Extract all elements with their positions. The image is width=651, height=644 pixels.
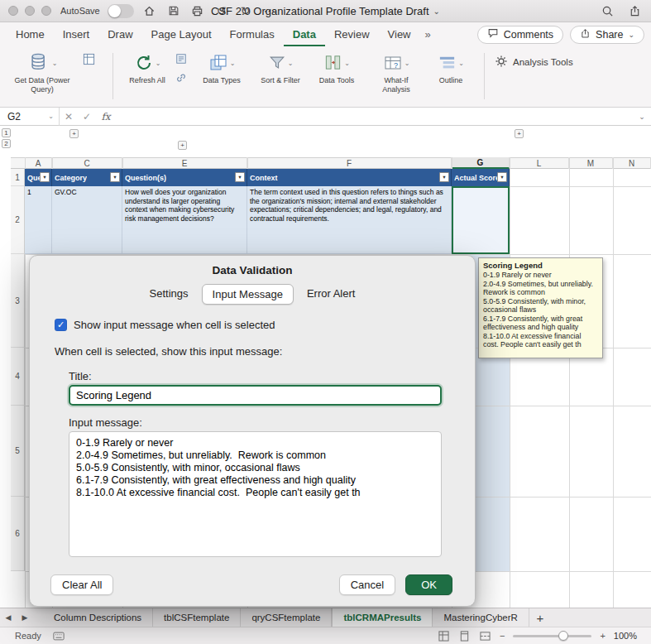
zoom-in-icon[interactable]: + bbox=[600, 631, 605, 641]
expand-group-button[interactable]: + bbox=[178, 141, 187, 150]
name-box[interactable]: G2 ⌄ bbox=[0, 108, 60, 126]
tab-error-alert[interactable]: Error Alert bbox=[297, 284, 366, 305]
outline-level-1-button[interactable]: 1 bbox=[2, 128, 11, 137]
tab-draw[interactable]: Draw bbox=[98, 22, 141, 46]
ok-button[interactable]: OK bbox=[405, 574, 452, 595]
search-icon[interactable] bbox=[599, 2, 615, 19]
prev-sheet-icon[interactable]: ◀ bbox=[0, 608, 17, 627]
next-sheet-icon[interactable]: ▶ bbox=[17, 608, 33, 627]
cell-e2[interactable]: How well does your organization understa… bbox=[122, 186, 247, 254]
sheet-tab-tblcrmapresults[interactable]: tblCRMAPresults bbox=[332, 608, 433, 627]
row-header-5[interactable]: 5 bbox=[11, 406, 25, 497]
column-header-l[interactable]: L bbox=[510, 157, 569, 169]
document-title[interactable]: CSF 2.0 Organizational Profile Template … bbox=[211, 0, 440, 22]
row-header-6[interactable]: 6 bbox=[11, 497, 25, 571]
add-sheet-button[interactable]: + bbox=[529, 608, 551, 627]
expand-group-button[interactable]: + bbox=[515, 129, 524, 138]
cancel-button[interactable]: Cancel bbox=[339, 574, 395, 595]
filter-button[interactable]: ▼ bbox=[40, 172, 50, 182]
cell-c2[interactable]: GV.OC bbox=[52, 186, 122, 254]
comments-button[interactable]: Comments bbox=[477, 26, 563, 44]
expand-group-button[interactable]: + bbox=[69, 129, 79, 138]
formula-bar-expand-icon[interactable]: ⌄ bbox=[633, 113, 651, 121]
cell-g2-active[interactable] bbox=[452, 186, 510, 254]
tab-review[interactable]: Review bbox=[325, 22, 379, 46]
share-label: Share bbox=[596, 29, 623, 41]
sheet-tab-masteringcyberr[interactable]: MasteringCyberR bbox=[433, 608, 529, 627]
column-header-c[interactable]: C bbox=[52, 157, 122, 169]
status-ready-label: Ready bbox=[15, 631, 41, 641]
outline-level-2-button[interactable]: 2 bbox=[2, 139, 11, 148]
sheet-tab-tblcsftemplate[interactable]: tblCSFtemplate bbox=[153, 608, 241, 627]
tab-data[interactable]: Data bbox=[284, 22, 325, 46]
tab-input-message[interactable]: Input Message bbox=[202, 284, 294, 305]
page-layout-view-icon[interactable] bbox=[458, 630, 471, 642]
what-if-analysis-button[interactable]: ? ⌄ What-If Analysis bbox=[371, 51, 422, 94]
gear-icon bbox=[495, 55, 508, 70]
refresh-icon bbox=[134, 53, 154, 75]
tab-view[interactable]: View bbox=[379, 22, 420, 46]
zoom-slider-knob[interactable] bbox=[558, 631, 568, 641]
filter-button[interactable]: ▼ bbox=[235, 172, 245, 182]
tab-formulas[interactable]: Formulas bbox=[221, 22, 284, 46]
window-minimize-button[interactable] bbox=[25, 6, 35, 16]
window-zoom-button[interactable] bbox=[41, 6, 51, 16]
outline-button[interactable]: ⌄ Outline bbox=[430, 51, 471, 85]
column-header-a[interactable]: A bbox=[25, 157, 52, 169]
print-icon[interactable] bbox=[189, 2, 206, 19]
filter-button[interactable]: ▼ bbox=[439, 172, 449, 182]
title-input[interactable] bbox=[69, 385, 442, 406]
properties-icon[interactable] bbox=[175, 53, 187, 67]
tab-insert[interactable]: Insert bbox=[54, 22, 99, 46]
column-header-f[interactable]: F bbox=[247, 157, 452, 169]
table-import-icon[interactable] bbox=[83, 53, 95, 68]
home-icon[interactable] bbox=[141, 2, 158, 19]
filter-button[interactable]: ▼ bbox=[497, 172, 507, 182]
analysis-tools-button[interactable]: Analysis Tools bbox=[495, 55, 573, 70]
column-header-g[interactable]: G bbox=[452, 157, 510, 169]
row-header-2[interactable]: 2 bbox=[11, 186, 25, 254]
column-header-e[interactable]: E bbox=[122, 157, 247, 169]
document-title-text: CSF 2.0 Organizational Profile Template … bbox=[211, 5, 429, 17]
save-icon[interactable] bbox=[165, 2, 182, 19]
row-header-1[interactable]: 1 bbox=[11, 169, 25, 186]
cancel-entry-icon[interactable]: ✕ bbox=[60, 111, 78, 123]
ribbon-small-tools bbox=[83, 53, 95, 68]
zoom-level[interactable]: 100% bbox=[614, 631, 637, 641]
confirm-entry-icon[interactable]: ✓ bbox=[78, 111, 96, 123]
cell-f2[interactable]: The term context used in this question r… bbox=[247, 186, 452, 254]
input-message-textarea[interactable]: 0-1.9 Rarely or never 2.0-4.9 Sometimes,… bbox=[69, 431, 442, 557]
autosave-toggle[interactable] bbox=[108, 4, 134, 18]
normal-view-icon[interactable] bbox=[438, 630, 450, 642]
tab-home[interactable]: Home bbox=[7, 22, 54, 46]
ribbon-divider bbox=[484, 53, 485, 99]
zoom-out-icon[interactable]: − bbox=[500, 631, 505, 641]
get-data-button[interactable]: ⌄ Get Data (Power Query) bbox=[8, 51, 76, 94]
tab-page-layout[interactable]: Page Layout bbox=[142, 22, 221, 46]
row-header-4[interactable]: 4 bbox=[11, 348, 25, 406]
sort-filter-button[interactable]: ⌄ Sort & Filter bbox=[255, 51, 306, 85]
refresh-all-button[interactable]: ⌄ Refresh All bbox=[124, 51, 170, 85]
row-header-3[interactable]: 3 bbox=[11, 254, 25, 348]
data-types-button[interactable]: ⌄ Data Types bbox=[199, 51, 245, 85]
formula-input[interactable] bbox=[116, 108, 633, 126]
window-close-button[interactable] bbox=[8, 6, 18, 16]
zoom-slider[interactable] bbox=[513, 635, 591, 637]
filter-button[interactable]: ▼ bbox=[110, 172, 120, 182]
page-break-view-icon[interactable] bbox=[479, 630, 491, 642]
share-button[interactable]: Share ⌄ bbox=[570, 26, 644, 44]
checkbox-checked[interactable]: ✓ bbox=[55, 319, 67, 331]
clear-all-button[interactable]: Clear All bbox=[50, 574, 113, 595]
edit-links-icon[interactable] bbox=[175, 72, 187, 86]
data-tools-button[interactable]: ⌄ Data Tools bbox=[314, 51, 359, 85]
tab-settings[interactable]: Settings bbox=[140, 284, 199, 305]
insert-function-button[interactable]: fx bbox=[96, 111, 116, 123]
column-header-m[interactable]: M bbox=[569, 157, 613, 169]
tabs-overflow-icon[interactable]: » bbox=[420, 28, 436, 41]
sheet-tab-column-descriptions[interactable]: Column Descriptions bbox=[43, 608, 153, 627]
sheet-tab-qrycsftemplate[interactable]: qryCSFtemplate bbox=[241, 608, 332, 627]
cell-a2[interactable]: 1 bbox=[25, 186, 52, 254]
column-header-n[interactable]: N bbox=[613, 157, 651, 169]
share-icon[interactable] bbox=[626, 2, 643, 19]
keyboard-icon[interactable] bbox=[53, 630, 65, 642]
